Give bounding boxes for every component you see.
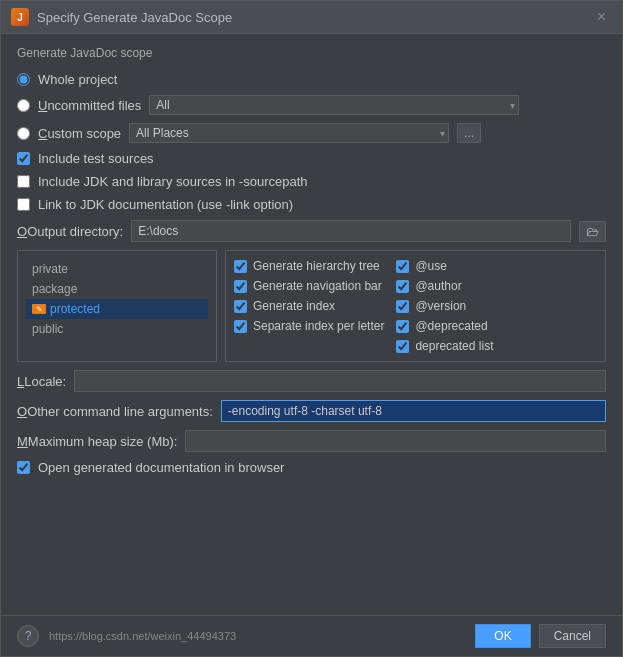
heap-label: MMaximum heap size (Mb): <box>17 434 177 449</box>
uncommitted-dropdown-wrapper: All Changed None <box>149 95 519 115</box>
scope-group-label: Generate JavaDoc scope <box>17 46 606 60</box>
check-author: @author <box>396 279 493 293</box>
checkbox-use[interactable] <box>396 260 409 273</box>
protected-icon: ✎ <box>32 304 46 314</box>
dialog-title: Specify Generate JavaDoc Scope <box>37 10 232 25</box>
custom-dropdown-wrapper: All Places Project Module <box>129 123 449 143</box>
dialog-footer: ? https://blog.csdn.net/weixin_44494373 … <box>1 615 622 656</box>
scope-item-package[interactable]: package <box>26 279 208 299</box>
checkbox-include-test-label[interactable]: Include test sources <box>38 151 154 166</box>
browse-button[interactable]: ... <box>457 123 481 143</box>
checkbox-include-jdk-input[interactable] <box>17 175 30 188</box>
footer-right: OK Cancel <box>475 624 606 648</box>
dialog: J Specify Generate JavaDoc Scope × Gener… <box>0 0 623 657</box>
title-bar-left: J Specify Generate JavaDoc Scope <box>11 8 232 26</box>
dialog-body: Generate JavaDoc scope Whole project Unc… <box>1 34 622 615</box>
scope-item-private[interactable]: private <box>26 259 208 279</box>
app-icon: J <box>11 8 29 26</box>
ok-button[interactable]: OK <box>475 624 530 648</box>
radio-custom-label[interactable]: Custom scope <box>38 126 121 141</box>
checkbox-version[interactable] <box>396 300 409 313</box>
checkbox-link-jdk-label[interactable]: Link to JDK documentation (use -link opt… <box>38 197 293 212</box>
checkbox-link-jdk-input[interactable] <box>17 198 30 211</box>
radio-whole-label[interactable]: Whole project <box>38 72 117 87</box>
footer-left: ? https://blog.csdn.net/weixin_44494373 <box>17 625 236 647</box>
scope-item-protected[interactable]: ✎ protected <box>26 299 208 319</box>
locale-row: LLocale: <box>17 370 606 392</box>
label-separate-index[interactable]: Separate index per letter <box>253 319 384 333</box>
label-version[interactable]: @version <box>415 299 466 313</box>
scope-item-public[interactable]: public <box>26 319 208 339</box>
radio-whole-project: Whole project <box>17 72 606 87</box>
check-hierarchy-tree: Generate hierarchy tree <box>234 259 384 273</box>
folder-icon: 🗁 <box>586 224 599 239</box>
checkbox-deprecated-list[interactable] <box>396 340 409 353</box>
footer-url: https://blog.csdn.net/weixin_44494373 <box>49 630 236 642</box>
check-separate-index: Separate index per letter <box>234 319 384 333</box>
cancel-button[interactable]: Cancel <box>539 624 606 648</box>
checkbox-include-test-input[interactable] <box>17 152 30 165</box>
label-deprecated[interactable]: @deprecated <box>415 319 487 333</box>
checkbox-index[interactable] <box>234 300 247 313</box>
radio-custom: Custom scope All Places Project Module .… <box>17 123 606 143</box>
check-col-1: Generate hierarchy tree Generate navigat… <box>234 259 384 353</box>
check-nav-bar: Generate navigation bar <box>234 279 384 293</box>
checkbox-include-jdk-label[interactable]: Include JDK and library sources in -sour… <box>38 174 308 189</box>
uncommitted-dropdown[interactable]: All Changed None <box>149 95 519 115</box>
output-browse-button[interactable]: 🗁 <box>579 221 606 242</box>
radio-custom-input[interactable] <box>17 127 30 140</box>
label-deprecated-list[interactable]: deprecated list <box>415 339 493 353</box>
label-index[interactable]: Generate index <box>253 299 335 313</box>
checkbox-author[interactable] <box>396 280 409 293</box>
cmdline-input[interactable] <box>221 400 606 422</box>
check-version: @version <box>396 299 493 313</box>
open-browser-row: Open generated documentation in browser <box>17 460 606 475</box>
radio-uncommitted-label[interactable]: Uncommitted files <box>38 98 141 113</box>
check-use: @use <box>396 259 493 273</box>
help-button[interactable]: ? <box>17 625 39 647</box>
checkbox-deprecated[interactable] <box>396 320 409 333</box>
check-deprecated: @deprecated <box>396 319 493 333</box>
checkbox-nav-bar[interactable] <box>234 280 247 293</box>
locale-input[interactable] <box>74 370 606 392</box>
check-deprecated-list: deprecated list <box>396 339 493 353</box>
check-col-2: @use @author @version <box>396 259 493 353</box>
close-button[interactable]: × <box>591 7 612 27</box>
checkbox-separate-index[interactable] <box>234 320 247 333</box>
title-bar: J Specify Generate JavaDoc Scope × <box>1 1 622 34</box>
checkbox-open-browser[interactable] <box>17 461 30 474</box>
locale-label: LLocale: <box>17 374 66 389</box>
checkbox-link-jdk: Link to JDK documentation (use -link opt… <box>17 197 606 212</box>
checkbox-include-jdk: Include JDK and library sources in -sour… <box>17 174 606 189</box>
custom-dropdown[interactable]: All Places Project Module <box>129 123 449 143</box>
cmdline-label: OOther command line arguments: <box>17 404 213 419</box>
radio-uncommitted-input[interactable] <box>17 99 30 112</box>
label-nav-bar[interactable]: Generate navigation bar <box>253 279 382 293</box>
checkbox-include-test: Include test sources <box>17 151 606 166</box>
checkbox-hierarchy-tree[interactable] <box>234 260 247 273</box>
check-index: Generate index <box>234 299 384 313</box>
radio-uncommitted: Uncommitted files All Changed None <box>17 95 606 115</box>
cmdline-row: OOther command line arguments: <box>17 400 606 422</box>
output-input[interactable] <box>131 220 571 242</box>
heap-row: MMaximum heap size (Mb): <box>17 430 606 452</box>
heap-input[interactable] <box>185 430 606 452</box>
output-label: OOutput directory: <box>17 224 123 239</box>
label-use[interactable]: @use <box>415 259 447 273</box>
checkboxes-panel: Generate hierarchy tree Generate navigat… <box>225 250 606 362</box>
options-section: private package ✎ protected public <box>17 250 606 362</box>
label-hierarchy-tree[interactable]: Generate hierarchy tree <box>253 259 380 273</box>
radio-whole-input[interactable] <box>17 73 30 86</box>
label-author[interactable]: @author <box>415 279 461 293</box>
output-row: OOutput directory: 🗁 <box>17 220 606 242</box>
scope-box: private package ✎ protected public <box>17 250 217 362</box>
label-open-browser[interactable]: Open generated documentation in browser <box>38 460 284 475</box>
